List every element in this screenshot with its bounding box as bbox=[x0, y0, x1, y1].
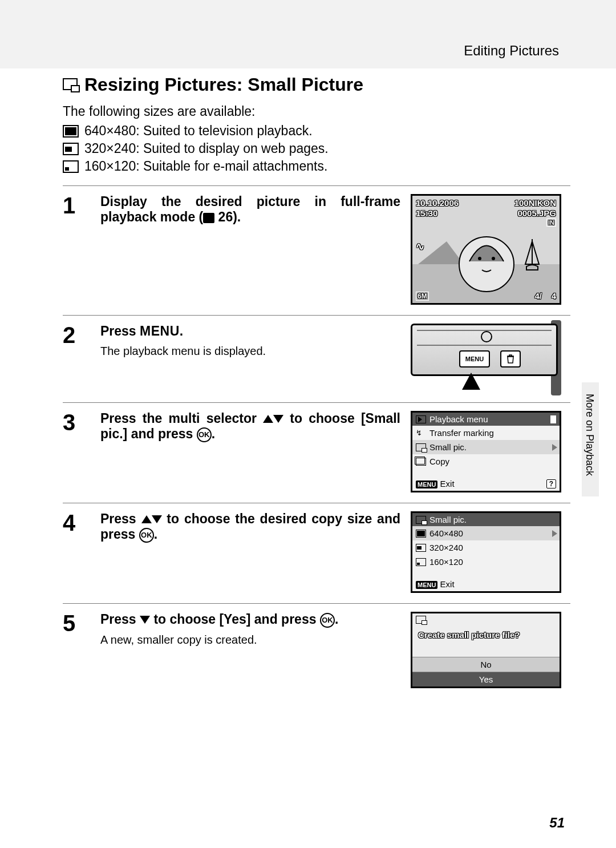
dialog-option-yes: Yes bbox=[412, 672, 560, 687]
ok-button-icon: OK bbox=[320, 613, 335, 628]
camera-menu-button: MENU bbox=[459, 350, 490, 368]
camera-delete-button bbox=[500, 350, 521, 368]
up-arrow-icon bbox=[141, 515, 152, 523]
size-640-icon bbox=[416, 530, 426, 538]
step-5-heading: Press to choose [Yes] and press OK. bbox=[100, 612, 400, 628]
page-title: Resizing Pictures: Small Picture bbox=[63, 74, 570, 95]
step-5-sub: A new, smaller copy is created. bbox=[100, 633, 400, 647]
size-320-icon bbox=[63, 143, 79, 155]
title-text: Resizing Pictures: Small Picture bbox=[84, 74, 363, 95]
small-picture-icon bbox=[63, 78, 79, 91]
ok-button-icon: OK bbox=[197, 427, 212, 442]
step-1-heading: Display the desired picture in full-fram… bbox=[100, 194, 400, 225]
shot-time: 15:30 bbox=[416, 208, 437, 218]
shot-date: 10.10.2006 bbox=[416, 198, 459, 208]
step-4: 4 Press to choose the desired copy size … bbox=[63, 503, 570, 603]
menu-label: MENU bbox=[140, 324, 180, 338]
dialog-question: Create small picture file? bbox=[412, 628, 560, 657]
shot-memory: IN bbox=[546, 219, 556, 227]
smallpic-icon bbox=[416, 616, 426, 624]
confirm-dialog-screenshot: Create small picture file? No Yes bbox=[411, 612, 561, 688]
menu-item-smallpic: Small pic. bbox=[412, 440, 560, 454]
help-icon: ? bbox=[546, 479, 556, 488]
size-160-desc: Suitable for e-mail attachments. bbox=[143, 159, 327, 173]
camera-body-figure: MENU bbox=[411, 324, 558, 392]
size-320-desc: Suited to display on web pages. bbox=[143, 141, 329, 156]
transfer-icon: ↯ bbox=[416, 429, 426, 437]
size-320-icon bbox=[416, 544, 426, 552]
size-160-dim: 160×120 bbox=[84, 159, 136, 173]
menu-item-transfer: ↯Transfer marking bbox=[412, 426, 560, 440]
size-320-dim: 320×240 bbox=[84, 141, 136, 156]
svg-point-3 bbox=[478, 257, 481, 260]
transfer-mark-icon: ∿ bbox=[416, 240, 424, 253]
playback-menu-screenshot: Playback menu ↯Transfer marking Small pi… bbox=[411, 411, 561, 492]
size-item-160: 160×120 bbox=[412, 555, 560, 569]
step-1: 1 Display the desired picture in full-fr… bbox=[63, 185, 570, 315]
step-2: 2 Press MENU. The playback menu is displ… bbox=[63, 315, 570, 402]
shot-quality: 6M bbox=[416, 292, 429, 301]
size-option-160: 160×120: Suitable for e-mail attachments… bbox=[63, 159, 570, 174]
down-arrow-icon bbox=[152, 515, 162, 523]
step-5: 5 Press to choose [Yes] and press OK. A … bbox=[63, 603, 570, 698]
svg-point-2 bbox=[459, 237, 514, 292]
menu-title-bar: Playback menu bbox=[412, 413, 560, 426]
up-arrow-icon bbox=[263, 415, 273, 423]
size-menu-title-bar: Small pic. bbox=[412, 513, 560, 526]
menu-chip: MENU bbox=[416, 581, 437, 589]
dialog-option-no: No bbox=[412, 657, 560, 672]
step-3: 3 Press the multi selector to choose [Sm… bbox=[63, 402, 570, 503]
size-160-icon bbox=[63, 160, 79, 173]
size-640-dim: 640×480 bbox=[84, 123, 136, 138]
dialog-header bbox=[412, 613, 560, 628]
step-4-number: 4 bbox=[63, 511, 90, 593]
ok-button-icon: OK bbox=[139, 528, 154, 543]
playback-icon bbox=[416, 415, 426, 423]
size-640-desc: Suited to television playback. bbox=[143, 123, 313, 138]
menu-exit: Exit bbox=[440, 479, 455, 488]
size-menu-screenshot: Small pic. 640×480 320×240 160×120 MENU … bbox=[411, 511, 561, 593]
down-arrow-icon bbox=[273, 415, 283, 423]
playback-screenshot: 10.10.2006 15:30 100NIKON 0005.JPG IN 6M… bbox=[411, 194, 561, 305]
step-2-heading: Press MENU. bbox=[100, 324, 400, 339]
smallpic-icon bbox=[416, 443, 426, 451]
size-option-320: 320×240: Suited to display on web pages. bbox=[63, 141, 570, 156]
step-2-number: 2 bbox=[63, 324, 90, 392]
copy-icon bbox=[416, 458, 426, 466]
step-3-heading: Press the multi selector to choose [Smal… bbox=[100, 411, 400, 442]
size-item-640: 640×480 bbox=[412, 526, 560, 540]
menu-title: Playback menu bbox=[429, 414, 488, 424]
step-4-heading: Press to choose the desired copy size an… bbox=[100, 511, 400, 543]
pointer-arrow-icon bbox=[462, 373, 480, 390]
size-menu-title: Small pic. bbox=[429, 515, 467, 524]
smallpic-icon bbox=[416, 516, 426, 524]
size-item-320: 320×240 bbox=[412, 540, 560, 555]
menu-item-copy: Copy bbox=[412, 454, 560, 469]
shot-counter: 4/ 4 bbox=[534, 291, 556, 301]
step-1-number: 1 bbox=[63, 194, 90, 305]
intro-text: The following sizes are available: bbox=[63, 102, 570, 121]
svg-point-4 bbox=[492, 257, 495, 260]
shot-file: 0005.JPG bbox=[517, 208, 556, 218]
step-3-number: 3 bbox=[63, 411, 90, 492]
down-arrow-icon bbox=[140, 616, 150, 624]
size-640-icon bbox=[63, 125, 79, 138]
page-number: 51 bbox=[549, 815, 565, 831]
step-5-number: 5 bbox=[63, 612, 90, 688]
size-160-icon bbox=[416, 558, 426, 566]
reference-icon bbox=[203, 213, 214, 223]
scrollbar-icon bbox=[550, 415, 556, 423]
menu-chip: MENU bbox=[416, 480, 437, 488]
size-option-640: 640×480: Suited to television playback. bbox=[63, 123, 570, 139]
shot-folder: 100NIKON bbox=[514, 198, 556, 208]
size-menu-exit: Exit bbox=[440, 579, 455, 589]
step-2-sub: The playback menu is displayed. bbox=[100, 345, 400, 358]
